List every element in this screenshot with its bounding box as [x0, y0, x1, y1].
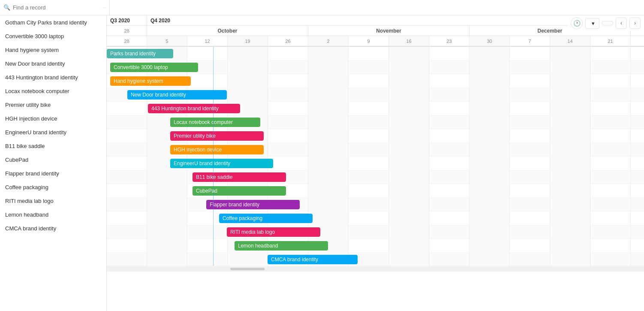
gantt-row: Lemon headband [107, 239, 644, 253]
next-button[interactable]: › [629, 18, 641, 29]
gantt-row: B11 bike saddle [107, 170, 644, 184]
gantt-row: 443 Huntington brand identity [107, 102, 644, 115]
today-button[interactable] [602, 21, 613, 25]
main-content: Gotham City Parks brand identityConverti… [0, 15, 644, 311]
search-input[interactable] [13, 4, 81, 11]
gantt-body: Parks brand identityConvertible 3000 lap… [107, 47, 644, 266]
gantt-row: EngineerU brand identity [107, 157, 644, 170]
gantt-bar[interactable]: New Door brand identity [127, 90, 227, 100]
keyboard-hint [102, 7, 106, 8]
search-area: 🔍 [3, 0, 110, 15]
sidebar-item[interactable]: Locax notebook computer [0, 84, 106, 98]
sidebar-item[interactable]: EngineerU brand identity [0, 125, 106, 139]
q4-label: Q4 2020 [147, 15, 631, 25]
date-cell: 12 [187, 36, 228, 46]
sidebar-item[interactable]: HGH injection device [0, 112, 106, 125]
chevron-down-icon: ▾ [592, 20, 595, 27]
gantt-bar[interactable]: Parks brand identity [107, 49, 173, 58]
gantt-bar[interactable]: EngineerU brand identity [170, 159, 273, 168]
gantt-bar[interactable]: Locax notebook computer [170, 118, 260, 127]
gantt-row: Flapper brand identity [107, 198, 644, 211]
scrollbar[interactable] [107, 266, 644, 272]
scrollbar-thumb [230, 268, 265, 270]
clock-button[interactable]: 🕐 [571, 17, 583, 29]
date-cell: 23 [429, 36, 469, 46]
gantt-bar[interactable]: B11 bike saddle [193, 172, 286, 182]
gantt-bar[interactable]: Hand hygiene system [110, 76, 191, 86]
sidebar-item[interactable]: Lemon headband [0, 208, 106, 221]
sidebar-item[interactable]: New Door brand identity [0, 57, 106, 70]
date-cell: 5 [147, 36, 187, 46]
sidebar-item[interactable]: Flapper brand identity [0, 166, 106, 180]
gantt-bar[interactable]: Convertible 3000 laptop [110, 63, 198, 72]
gantt-row: CMCA brand identity [107, 253, 644, 266]
sidebar-item[interactable]: CubePad [0, 153, 106, 166]
gantt-row: Hand hygiene system [107, 74, 644, 88]
gantt-row: Parks brand identity [107, 47, 644, 60]
date-cell: 19 [228, 36, 268, 46]
date-cell: 26 [268, 36, 308, 46]
sidebar: Gotham City Parks brand identityConverti… [0, 15, 107, 311]
gantt-bar[interactable]: Lemon headband [235, 241, 328, 251]
gantt-row: RITI media lab logo [107, 225, 644, 239]
view-dropdown[interactable]: ▾ [585, 18, 599, 29]
sidebar-item[interactable]: RITI media lab logo [0, 194, 106, 208]
gantt-row: Locax notebook computer [107, 115, 644, 129]
gantt-row: CubePad [107, 184, 644, 198]
gantt-bar[interactable]: RITI media lab logo [227, 227, 320, 237]
sidebar-item[interactable]: Convertible 3000 laptop [0, 29, 106, 43]
gantt-row: Premier utility bike [107, 129, 644, 143]
gantt-row: New Door brand identity [107, 88, 644, 102]
month-october: October [147, 26, 308, 36]
date-cell: 7 [510, 36, 550, 46]
date-cell: 16 [389, 36, 429, 46]
q3-label: Q3 2020 [107, 15, 147, 25]
gantt-bar[interactable]: HGH injection device [170, 145, 264, 154]
gantt-bar[interactable]: CubePad [193, 186, 286, 196]
gantt-bar[interactable]: CMCA brand identity [268, 255, 358, 264]
gantt-bar[interactable]: Flapper brand identity [206, 200, 300, 209]
top-bar: 🔍 [0, 0, 644, 15]
gantt-bar[interactable]: Coffee packaging [219, 214, 313, 223]
date-cell: 21 [590, 36, 631, 46]
search-icon: 🔍 [3, 4, 10, 11]
date-cell: 9 [349, 36, 389, 46]
prev-button[interactable]: ‹ [616, 18, 627, 29]
sidebar-item[interactable]: Gotham City Parks brand identity [0, 15, 106, 29]
gantt-row: Coffee packaging [107, 211, 644, 225]
gantt-header: Q3 2020Q4 202028OctoberNovemberDecember2… [107, 15, 644, 47]
sidebar-item[interactable]: B11 bike saddle [0, 139, 106, 153]
date-cell: 30 [469, 36, 510, 46]
date-cell: 28 [107, 36, 147, 46]
sidebar-item[interactable]: Hand hygiene system [0, 43, 106, 57]
gantt-row: Convertible 3000 laptop [107, 60, 644, 74]
gantt-row: HGH injection device [107, 143, 644, 157]
add-task-button[interactable] [115, 6, 122, 9]
sidebar-item[interactable]: 443 Huntington brand identity [0, 70, 106, 84]
gantt-area[interactable]: 🕐 ▾ ‹ › Q3 2020Q4 202028OctoberNovemberD… [107, 15, 644, 311]
gantt-bar[interactable]: 443 Huntington brand identity [148, 104, 240, 113]
month-november: November [308, 26, 469, 36]
sidebar-item[interactable]: Premier utility bike [0, 98, 106, 112]
gantt-bar[interactable]: Premier utility bike [170, 131, 264, 141]
sidebar-item[interactable]: CMCA brand identity [0, 221, 106, 235]
gantt-controls: 🕐 ▾ ‹ › [567, 15, 644, 31]
date-cell: 2 [308, 36, 349, 46]
date-cell: 14 [550, 36, 590, 46]
add-milestone-button[interactable] [127, 6, 134, 9]
sidebar-item[interactable]: Coffee packaging [0, 180, 106, 194]
